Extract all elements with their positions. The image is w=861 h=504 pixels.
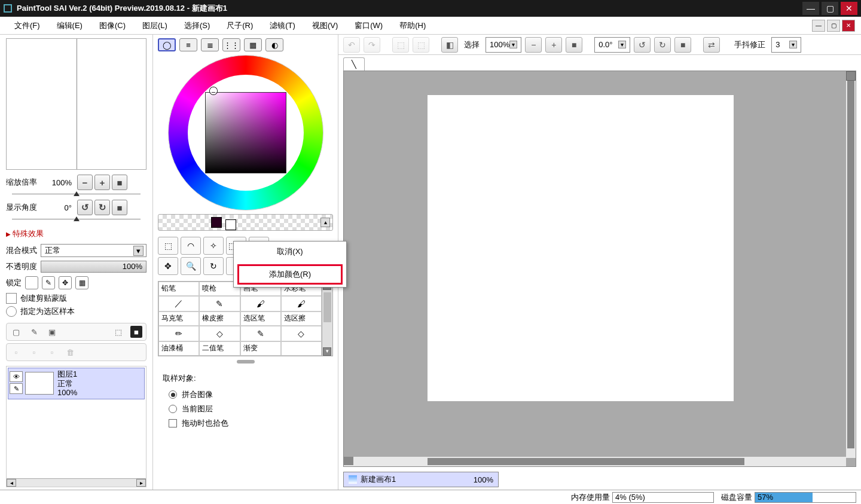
visibility-icon[interactable]: 👁 (10, 371, 23, 382)
brush-gradient[interactable]: 渐变 (240, 341, 281, 356)
stabilizer-field[interactable]: 3▾ (771, 37, 801, 53)
transfer-down-button[interactable]: ⬚ (112, 326, 124, 338)
color-scratchpad-tab[interactable]: ◐ (265, 38, 283, 51)
navigator-preview[interactable] (6, 38, 146, 170)
eraser-icon[interactable]: ◇ (199, 326, 240, 341)
mdi-close-button[interactable]: ✕ (842, 20, 855, 32)
menu-edit[interactable]: 编辑(E) (48, 18, 91, 33)
menu-window[interactable]: 窗口(W) (346, 18, 391, 33)
brush-eraser[interactable]: 橡皮擦 (199, 311, 240, 326)
pencil-icon[interactable]: ／ (158, 296, 199, 311)
sample-drag-checkbox[interactable] (169, 419, 177, 427)
menu-layer[interactable]: 图层(L) (134, 18, 176, 33)
brush-selpen[interactable]: 选区笔 (240, 311, 281, 326)
color-swatches-tab[interactable]: ▦ (244, 38, 262, 51)
marker-icon[interactable]: ✏ (158, 326, 199, 341)
lock-alpha-button[interactable]: ▦ (75, 276, 88, 289)
sample-current-radio[interactable] (169, 405, 177, 413)
brush-binary[interactable]: 二值笔 (199, 341, 240, 356)
zoom-minus-button[interactable]: − (525, 37, 542, 53)
selpen-icon[interactable]: ✎ (240, 326, 281, 341)
zoom-out-button[interactable]: − (77, 175, 93, 190)
panel-grip-icon[interactable] (237, 360, 255, 364)
angle-field[interactable]: 0.0°▾ (594, 37, 630, 53)
close-button[interactable]: ✕ (841, 2, 857, 15)
delete-layer-button[interactable]: 🗑 (64, 346, 76, 358)
scroll-right-button[interactable]: ▸ (136, 479, 146, 487)
zoom-tool[interactable]: 🔍 (181, 257, 201, 275)
angle-reset-button[interactable]: ■ (674, 37, 691, 53)
brush-marker[interactable]: 马克笔 (158, 311, 199, 326)
rotate-cw-button[interactable]: ↻ (94, 200, 110, 215)
clipping-checkbox[interactable] (6, 293, 17, 304)
color-rgb-tab[interactable]: ≡ (179, 38, 197, 51)
document-tab[interactable]: 新建画布1 100% (343, 472, 499, 487)
rotate-tool[interactable]: ↻ (203, 257, 224, 275)
flatten-button[interactable]: ▫ (28, 346, 40, 358)
magic-wand-tool[interactable]: ✧ (203, 237, 224, 255)
swatch-expand-button[interactable]: ▴ (320, 218, 330, 227)
new-linework-button[interactable]: ✎ (28, 326, 40, 338)
new-folder-button[interactable]: ▣ (46, 326, 58, 338)
menu-help[interactable]: 帮助(H) (391, 18, 434, 33)
foreground-color[interactable] (211, 217, 222, 228)
edit-icon[interactable]: ✎ (10, 383, 23, 394)
lock-all-button[interactable] (25, 276, 38, 289)
brush-scrollbar[interactable]: ▴▾ (322, 282, 332, 356)
merge-down-button[interactable]: ▫ (10, 346, 22, 358)
color-square[interactable] (205, 92, 286, 173)
zoom-reset-button[interactable]: ■ (112, 175, 127, 190)
flip-button[interactable]: ⇄ (703, 37, 720, 53)
effects-header[interactable]: 特殊效果 (0, 226, 152, 242)
layer-thumbnail[interactable] (25, 372, 54, 395)
context-add-color[interactable]: 添加颜色(R) (237, 264, 343, 285)
zoom-field[interactable]: 100%▾ (486, 37, 521, 53)
canvas-viewport[interactable] (343, 71, 856, 467)
color-hsv-tab[interactable]: ≣ (201, 38, 219, 51)
new-layer-button[interactable]: ▢ (10, 326, 22, 338)
blend-mode-select[interactable]: 正常 (41, 244, 146, 257)
layer-scrollbar[interactable] (16, 479, 136, 487)
mask-button[interactable]: ■ (130, 326, 142, 338)
color-mixer-tab[interactable]: ⋮⋮ (222, 38, 240, 51)
brush-pencil[interactable]: 铅笔 (158, 282, 199, 296)
redo-button[interactable]: ↷ (364, 37, 380, 53)
horizontal-scrollbar[interactable] (344, 457, 846, 466)
invert-select-button[interactable]: ⬚ (413, 37, 429, 53)
menu-select[interactable]: 选择(S) (176, 18, 218, 33)
opacity-slider[interactable]: 100% (41, 261, 146, 273)
angle-ccw-button[interactable]: ↺ (634, 37, 651, 53)
scroll-left-button[interactable]: ◂ (7, 479, 16, 487)
menu-file[interactable]: 文件(F) (6, 18, 48, 33)
context-cancel[interactable]: 取消(X) (234, 242, 346, 262)
mdi-maximize-button[interactable]: ▢ (827, 20, 840, 32)
menu-image[interactable]: 图像(C) (91, 18, 134, 33)
canvas-page[interactable] (428, 95, 734, 401)
minimize-button[interactable]: — (802, 2, 819, 15)
angle-cw-button[interactable]: ↻ (654, 37, 671, 53)
layer-tab[interactable]: ╲ (343, 57, 365, 71)
menu-filter[interactable]: 滤镜(T) (261, 18, 304, 33)
menu-ruler[interactable]: 尺子(R) (218, 18, 261, 33)
lock-pixels-button[interactable]: ✎ (42, 276, 55, 289)
menu-view[interactable]: 视图(V) (304, 18, 346, 33)
sample-merged-radio[interactable] (169, 390, 177, 399)
watercolor-icon[interactable]: 🖌 (281, 296, 322, 311)
lock-position-button[interactable]: ✥ (59, 276, 72, 289)
zoom-plus-button[interactable]: + (545, 37, 562, 53)
brush-bucket[interactable]: 油漆桶 (158, 341, 199, 356)
brush-empty[interactable] (281, 341, 322, 356)
color-wheel[interactable] (168, 55, 323, 210)
rotate-reset-button[interactable]: ■ (112, 200, 127, 215)
rect-select-tool[interactable]: ⬚ (158, 237, 178, 255)
lasso-tool[interactable]: ◠ (181, 237, 201, 255)
selection-source-radio[interactable] (6, 306, 17, 317)
clear-layer-button[interactable]: ▫ (46, 346, 58, 358)
zoom-in-button[interactable]: + (94, 175, 110, 190)
zoom-fit-button[interactable]: ■ (566, 37, 582, 53)
vertical-scrollbar[interactable] (846, 71, 856, 458)
brush-icon[interactable]: 🖌 (240, 296, 281, 311)
brush-seleraser[interactable]: 选区擦 (281, 311, 322, 326)
maximize-button[interactable]: ▢ (822, 2, 838, 15)
move-tool[interactable]: ✥ (158, 257, 178, 275)
